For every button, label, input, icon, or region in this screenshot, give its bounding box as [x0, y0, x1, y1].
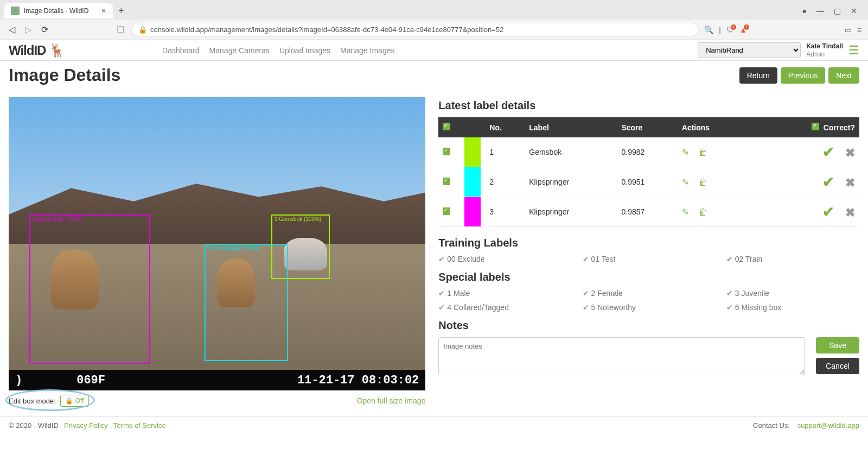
image-temp: 069F — [76, 374, 105, 387]
check-icon: ✔ — [583, 255, 589, 263]
row-score: 0.9857 — [617, 197, 677, 227]
favicon-icon — [11, 7, 20, 15]
edit-icon[interactable]: ✎ — [682, 207, 689, 217]
edit-icon[interactable]: ✎ — [682, 148, 689, 157]
correct-no-icon[interactable]: ✖ — [845, 206, 855, 219]
special-title: Special labels — [438, 271, 859, 283]
delete-icon[interactable]: 🗑 — [699, 178, 707, 187]
footer-copyright: © 2020 - WildID — [9, 421, 59, 430]
tab-title: Image Details - WildID — [24, 7, 88, 15]
tag-item[interactable]: ✔4 Collared/Tagged — [438, 303, 571, 312]
app-header: WildID 🦌 Dashboard Manage Cameras Upload… — [0, 40, 868, 61]
footer-contact-email[interactable]: support@wildid.app — [797, 421, 859, 430]
nav-manage-images[interactable]: Manage Images — [340, 46, 394, 55]
previous-button[interactable]: Previous — [781, 67, 825, 84]
bbox-label: 3 Klipspringer (99%) — [30, 216, 84, 223]
address-bar[interactable]: 🔒 console.wildid.app/management/images/d… — [131, 23, 699, 36]
close-tab-icon[interactable]: ✕ — [101, 7, 106, 15]
edit-mode-label: Edit box mode: — [9, 397, 56, 405]
next-button[interactable]: Next — [828, 67, 859, 84]
bbox-label: 2 Klipspringer (100%) — [206, 245, 262, 252]
close-window-icon[interactable]: ✕ — [851, 7, 857, 15]
zoom-icon[interactable]: 🔍 — [704, 26, 713, 34]
row-checkbox[interactable] — [443, 207, 450, 215]
check-icon: ✔ — [438, 289, 445, 298]
footer-contact-label: Contact Us: — [753, 421, 792, 430]
user-block[interactable]: Kate Tindall Admin — [806, 42, 843, 58]
browser-tab[interactable]: Image Details - WildID ✕ — [4, 3, 113, 18]
delete-icon[interactable]: 🗑 — [699, 207, 707, 217]
edit-mode-toggle[interactable]: 🔒 Off — [60, 395, 89, 407]
settings-dot-icon[interactable]: ● — [802, 7, 807, 15]
color-swatch — [464, 197, 481, 226]
return-button[interactable]: Return — [739, 67, 777, 84]
correct-yes-icon[interactable]: ✔ — [822, 174, 834, 190]
row-label: Gemsbok — [525, 137, 617, 167]
row-checkbox[interactable] — [443, 178, 450, 185]
reload-icon[interactable]: ⟳ — [39, 24, 50, 35]
tag-item[interactable]: ✔00 Exclude — [438, 255, 571, 263]
delete-icon[interactable]: 🗑 — [699, 148, 707, 157]
logo[interactable]: WildID 🦌 — [9, 43, 65, 58]
menu-icon[interactable]: ≡ — [857, 26, 861, 34]
detection-image[interactable]: 1 Gemsbok (100%)2 Klipspringer (100%)3 K… — [9, 97, 425, 390]
training-title: Training Labels — [438, 237, 859, 249]
nav-manage-cameras[interactable]: Manage Cameras — [209, 46, 270, 55]
row-score: 0.9982 — [617, 137, 677, 167]
tag-item[interactable]: ✔5 Noteworthy — [583, 303, 716, 312]
tag-item[interactable]: ✔1 Male — [438, 289, 571, 298]
check-icon: ✔ — [438, 255, 445, 263]
shield-icon[interactable]: 🛡1 — [726, 26, 734, 34]
maximize-icon[interactable]: ▢ — [834, 7, 841, 15]
tag-item[interactable]: ✔6 Missing box — [726, 303, 859, 312]
tag-item[interactable]: ✔3 Juvenile — [726, 289, 859, 298]
check-icon: ✔ — [726, 303, 733, 312]
bbox[interactable]: 3 Klipspringer (99%) — [29, 214, 150, 364]
image-datetime: 11-21-17 08:03:02 — [297, 374, 419, 387]
tag-item[interactable]: ✔01 Test — [583, 255, 716, 263]
correct-all-checkbox[interactable] — [812, 123, 819, 130]
notes-textarea[interactable] — [438, 337, 805, 375]
url-text: console.wildid.app/management/images/det… — [150, 26, 503, 34]
bookmark-icon[interactable]: ☐ — [115, 24, 126, 35]
footer-privacy[interactable]: Privacy Policy — [64, 421, 108, 430]
cancel-notes-button[interactable]: Cancel — [816, 358, 859, 374]
site-select[interactable]: NamibRand — [698, 42, 801, 58]
table-row: 3Klipspringer0.9857✎🗑✔✖ — [438, 197, 859, 227]
row-checkbox[interactable] — [443, 148, 450, 155]
hamburger-icon[interactable]: ☰ — [848, 43, 859, 58]
back-icon[interactable]: ◁ — [7, 24, 17, 35]
nav-upload-images[interactable]: Upload Images — [279, 46, 330, 55]
nav-dashboard[interactable]: Dashboard — [162, 46, 200, 55]
label-table: No. Label Score Actions Correct? 1Gemsbo… — [438, 117, 859, 227]
labels-title: Latest label details — [438, 99, 859, 112]
new-tab-button[interactable]: + — [113, 3, 130, 19]
col-score: Score — [617, 117, 677, 137]
check-icon: ✔ — [583, 303, 589, 312]
forward-icon[interactable]: ▷ — [23, 24, 34, 35]
row-label: Klipspringer — [525, 167, 617, 197]
row-no: 3 — [485, 197, 525, 227]
correct-no-icon[interactable]: ✖ — [845, 176, 855, 190]
row-no: 1 — [485, 137, 525, 167]
check-icon: ✔ — [726, 289, 733, 298]
tag-item[interactable]: ✔2 Female — [583, 289, 716, 298]
bbox[interactable]: 2 Klipspringer (100%) — [205, 244, 288, 361]
notes-title: Notes — [438, 319, 859, 332]
correct-yes-icon[interactable]: ✔ — [822, 204, 834, 220]
row-label: Klipspringer — [525, 197, 617, 227]
minimize-icon[interactable]: — — [816, 7, 824, 15]
footer-terms[interactable]: Terms of Service — [113, 421, 166, 430]
open-full-size-link[interactable]: Open full size image — [356, 396, 425, 405]
edit-icon[interactable]: ✎ — [682, 178, 689, 187]
save-notes-button[interactable]: Save — [816, 337, 859, 354]
check-icon: ✔ — [583, 289, 589, 298]
reader-icon[interactable]: ▭ — [845, 26, 852, 34]
correct-no-icon[interactable]: ✖ — [845, 146, 855, 160]
tag-item[interactable]: ✔02 Train — [726, 255, 859, 263]
color-swatch — [464, 137, 481, 167]
extension-icon[interactable]: ▲1 — [739, 26, 747, 34]
select-all-checkbox[interactable] — [443, 123, 450, 130]
table-row: 1Gemsbok0.9982✎🗑✔✖ — [438, 137, 859, 167]
correct-yes-icon[interactable]: ✔ — [822, 144, 834, 160]
